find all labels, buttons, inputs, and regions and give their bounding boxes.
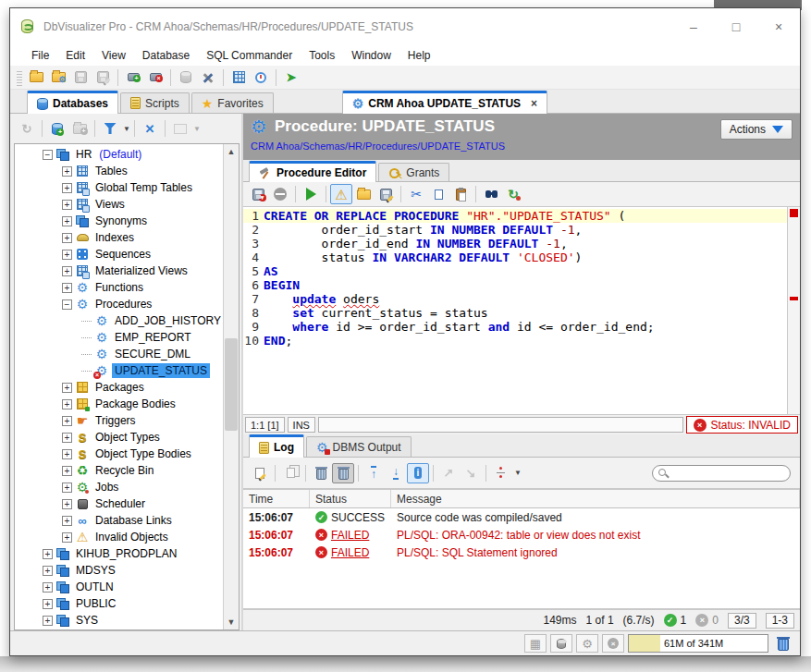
code-line[interactable]: 8 set current_status = status <box>243 306 787 320</box>
tree-expand-icon[interactable]: + <box>62 166 72 177</box>
compare-button[interactable]: ↻ <box>502 184 524 204</box>
tree-expand-icon[interactable]: + <box>62 266 72 276</box>
scroll-to-bottom-button[interactable]: ↓ <box>385 463 407 483</box>
tab-grants[interactable]: Grants <box>378 163 449 181</box>
code-line[interactable]: 3 order_id_end IN NUMBER DEFAULT -1, <box>243 237 787 250</box>
menu-tools[interactable]: Tools <box>301 45 343 66</box>
disconnect-button[interactable]: × <box>144 67 166 88</box>
row-height-menu-button[interactable] <box>490 463 512 483</box>
tree-collapse-icon[interactable]: − <box>43 150 53 160</box>
tree-expand-icon[interactable]: + <box>62 399 72 409</box>
tree-item-functions[interactable]: +Functions <box>15 279 223 296</box>
tree-item-views[interactable]: +Views <box>15 196 223 213</box>
load-from-file-button[interactable] <box>352 184 375 204</box>
tree-item-sequences[interactable]: +Sequences <box>15 246 223 263</box>
create-folder-button[interactable]: + <box>68 118 91 139</box>
tab-dbms-output[interactable]: ⚙ DBMS Output <box>306 436 412 457</box>
scrollbar-thumb[interactable] <box>225 338 238 431</box>
tree-collapse-icon[interactable]: − <box>62 299 72 310</box>
tree-expand-icon[interactable]: + <box>62 483 72 493</box>
tree-item-tables[interactable]: +Tables <box>15 163 223 179</box>
menu-file[interactable]: File <box>23 45 57 66</box>
show-errors-toggle[interactable]: ⚠ <box>330 184 352 204</box>
tree-expand-icon[interactable]: + <box>62 183 72 193</box>
code-line[interactable]: 10END; <box>243 334 787 348</box>
tree-item-add-job-history[interactable]: ADD_JOB_HISTORY <box>15 312 223 329</box>
tree-item-object-type-bodies[interactable]: +Object Type Bodies <box>15 446 223 462</box>
menu-sql-commander[interactable]: SQL Commander <box>198 45 301 66</box>
expand-all-button[interactable]: ↗ <box>437 463 460 483</box>
tree-expand-icon[interactable]: + <box>62 216 72 226</box>
tree-expand-icon[interactable]: + <box>43 566 53 576</box>
tree-item-synonyms[interactable]: +Synonyms <box>15 213 223 229</box>
cut-button[interactable]: ✂ <box>405 184 427 204</box>
grid-window-button[interactable] <box>227 67 250 88</box>
maximize-button[interactable]: □ <box>715 8 757 45</box>
tab-scripts[interactable]: Scripts <box>120 92 190 113</box>
tree-item-kihub-prodplan[interactable]: +KIHUB_PRODPLAN <box>15 545 223 562</box>
tree-item-packages[interactable]: +Packages <box>15 379 223 396</box>
clear-on-execute-toggle[interactable] <box>332 463 354 483</box>
create-connection-button[interactable]: + <box>46 118 68 139</box>
scroll-to-top-button[interactable]: ↑ <box>362 463 385 483</box>
code-line[interactable]: 2 order_id_start IN NUMBER DEFAULT -1, <box>243 223 787 237</box>
tab-favorites[interactable]: ★ Favorites <box>191 92 274 113</box>
save-to-file-button[interactable] <box>375 184 397 204</box>
collapse-all-button[interactable]: ↘ <box>460 463 482 483</box>
tree-item-invalid-objects[interactable]: +Invalid Objects <box>15 529 223 545</box>
tree-expand-icon[interactable]: + <box>62 283 72 293</box>
object-search-button[interactable] <box>169 118 191 139</box>
collapse-all-button[interactable]: ✕ <box>139 118 161 139</box>
tree-expand-icon[interactable]: + <box>62 200 72 210</box>
copy-log-button[interactable] <box>279 463 301 483</box>
code-line[interactable]: 1CREATE OR REPLACE PROCEDURE "HR"."UPDAT… <box>243 209 787 223</box>
tab-close-icon[interactable]: × <box>531 97 537 110</box>
menu-window[interactable]: Window <box>343 45 399 66</box>
tree-expand-icon[interactable]: + <box>62 416 72 426</box>
tab-procedure-editor[interactable]: Procedure Editor <box>249 161 376 182</box>
open-file-button[interactable] <box>25 67 47 88</box>
error-marker-top[interactable] <box>790 209 798 217</box>
tree-item-secure-dml[interactable]: SECURE_DML <box>15 346 223 362</box>
tree-expand-icon[interactable]: + <box>43 582 53 593</box>
log-row[interactable]: 15:06:07×FAILEDPL/SQL: ORA-00942: table … <box>243 526 800 544</box>
paste-button[interactable] <box>449 184 472 204</box>
close-button[interactable]: × <box>757 8 800 45</box>
code-line[interactable]: 9 where id >= order_id_start and id <= o… <box>243 320 787 334</box>
show-details-toggle[interactable]: i <box>407 463 429 483</box>
copy-button[interactable] <box>427 184 449 204</box>
connection-setup-button[interactable]: ⚙ <box>47 67 69 88</box>
code-line[interactable]: 7 update oders <box>243 292 787 306</box>
tree-expand-icon[interactable]: + <box>62 466 72 476</box>
save-button[interactable] <box>69 67 92 88</box>
tree-expand-icon[interactable]: + <box>62 449 72 459</box>
column-status[interactable]: Status <box>310 490 391 507</box>
menu-edit[interactable]: Edit <box>57 45 93 66</box>
row-height-caret-icon[interactable]: ▼ <box>514 469 522 477</box>
tree-expand-icon[interactable]: + <box>62 233 72 243</box>
code-area[interactable]: 1CREATE OR REPLACE PROCEDURE "HR"."UPDAT… <box>243 207 787 414</box>
tree-item-sys[interactable]: +SYS <box>15 612 223 629</box>
tree-expand-icon[interactable]: + <box>43 549 53 559</box>
tree-expand-icon[interactable]: + <box>62 433 72 443</box>
minimize-button[interactable]: – <box>672 8 715 45</box>
tree-expand-icon[interactable]: + <box>62 532 72 543</box>
tree-item-scheduler[interactable]: +Scheduler <box>15 495 223 512</box>
tree-item-outln[interactable]: +OUTLN <box>15 579 223 595</box>
refresh-tree-button[interactable]: ↻ <box>16 118 38 139</box>
code-line[interactable]: 5AS <box>243 264 787 278</box>
menu-help[interactable]: Help <box>399 45 439 66</box>
tree-item-procedures[interactable]: −Procedures <box>15 296 223 312</box>
column-time[interactable]: Time <box>243 490 310 507</box>
save-procedure-button[interactable]: ▾ <box>247 184 269 204</box>
tree-item-update-status[interactable]: UPDATE_STATUS <box>15 362 223 379</box>
tree-item-emp-report[interactable]: EMP_REPORT <box>15 329 223 346</box>
tree-item-object-types[interactable]: +Object Types <box>15 429 223 446</box>
tree-item-public[interactable]: +PUBLIC <box>15 595 223 612</box>
log-row[interactable]: 15:06:07✓SUCCESSSource code was compiled… <box>243 508 800 526</box>
tree-expand-icon[interactable]: + <box>62 499 72 509</box>
clear-log-button[interactable] <box>310 463 332 483</box>
log-row[interactable]: 15:06:07×FAILEDPL/SQL: SQL Statement ign… <box>243 544 800 561</box>
export-log-button[interactable] <box>249 463 271 483</box>
menu-database[interactable]: Database <box>134 45 198 66</box>
